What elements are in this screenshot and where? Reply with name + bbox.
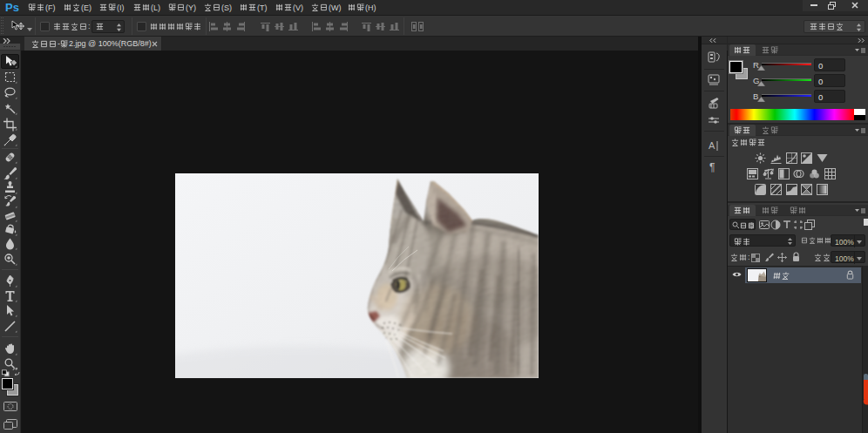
svg-text:¶: ¶ xyxy=(709,161,715,173)
svg-text:A: A xyxy=(709,140,715,151)
